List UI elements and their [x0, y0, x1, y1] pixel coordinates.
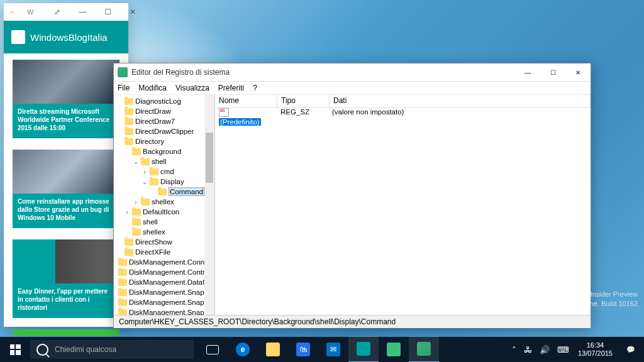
list-header: Nome Tipo Dati — [215, 95, 591, 108]
tree-label: Command — [169, 187, 204, 196]
tree-item[interactable]: DiskManagement.SnapInAbout — [114, 297, 204, 307]
taskbar-app[interactable] — [348, 336, 379, 362]
menu-file[interactable]: File — [118, 84, 130, 92]
taskbar-explorer[interactable] — [258, 337, 288, 362]
folder-icon — [150, 178, 158, 185]
expander-icon[interactable]: ⌄ — [133, 158, 139, 165]
tree-label: DirectDraw7 — [135, 118, 175, 125]
menu-view[interactable]: Visualizza — [175, 84, 209, 92]
col-data[interactable]: Dati — [330, 95, 591, 107]
values-panel[interactable]: Nome Tipo Dati (Predefinito) REG_SZ (val… — [215, 95, 591, 315]
titlebar-back-icon[interactable]: ← — [9, 8, 16, 16]
tree-item[interactable]: DiagnosticLog — [114, 96, 204, 106]
regedit-titlebar[interactable]: Editor del Registro di sistema — ☐ ✕ — [114, 63, 591, 82]
tree-item[interactable]: ›cmd — [114, 167, 204, 177]
tree-panel[interactable]: DiagnosticLogDirectDrawDirectDraw7Direct… — [114, 95, 215, 315]
clock-date: 13/07/2015 — [578, 349, 613, 358]
tree-item[interactable]: DiskManagement.SnapInComponent — [114, 307, 204, 315]
tree-label: shellex — [143, 228, 165, 236]
tree-label: DiagnosticLog — [135, 97, 181, 105]
value-row[interactable]: (Predefinito) REG_SZ (valore non imposta… — [215, 108, 591, 118]
taskbar-clock[interactable]: 16:34 13/07/2015 — [573, 341, 618, 358]
watermark-line: Windows 10 Pro Insider Preview — [535, 290, 638, 299]
taskbar-app2[interactable] — [379, 337, 409, 362]
folder-icon — [125, 138, 133, 145]
tree-item[interactable]: ⌄Display — [114, 177, 204, 187]
regedit-icon — [417, 342, 431, 356]
tree-item[interactable]: ›shellex — [114, 197, 204, 207]
tree-item[interactable]: DirectDraw7 — [114, 116, 204, 126]
app-titlebar[interactable]: ← W ⤢ — ☐ ✕ — [4, 3, 128, 21]
value-name: (Predefinito) — [219, 118, 261, 126]
language-icon[interactable]: ⌨ — [553, 345, 573, 354]
folder-icon — [141, 158, 150, 165]
expander-icon[interactable]: › — [124, 209, 130, 216]
desktop-watermark: Windows 10 Pro Insider Preview Copia di … — [535, 290, 638, 308]
tree-item[interactable]: Directory — [114, 136, 204, 146]
menu-help[interactable]: ? — [253, 84, 257, 92]
tree-item[interactable]: ⌄shell — [114, 156, 204, 167]
news-tile[interactable]: Easy Dinner, l'app per mettere in contat… — [13, 239, 119, 318]
news-tile[interactable]: Come reinstallare app rimosse dallo Stor… — [13, 150, 119, 228]
maximize-button[interactable]: ☐ — [95, 3, 120, 21]
tree-item[interactable]: DirectShow — [114, 237, 204, 247]
tree-item[interactable]: DiskManagement.SnapIn — [114, 287, 204, 297]
tree-item[interactable]: DirectXFile — [114, 247, 204, 257]
tree-label: shellex — [152, 198, 174, 206]
blog-app-window: ← W ⤢ — ☐ ✕ WindowsBlogItalia Diretta st… — [4, 3, 128, 327]
tree-label: DiskManagement.Control — [129, 268, 211, 276]
tree-item[interactable]: DiskManagement.Control — [114, 267, 204, 277]
close-button[interactable]: ✕ — [565, 63, 591, 81]
fullscreen-button[interactable]: ⤢ — [45, 3, 70, 21]
tree-label: DirectXFile — [135, 248, 170, 256]
start-button[interactable] — [0, 337, 30, 362]
app-icon — [387, 343, 401, 356]
minimize-button[interactable]: — — [70, 3, 95, 21]
taskbar-edge[interactable]: e — [228, 337, 258, 362]
tree-item[interactable]: DiskManagement.DataObject — [114, 277, 204, 287]
expander-icon[interactable]: › — [142, 168, 148, 175]
scrollbar[interactable] — [204, 95, 214, 315]
search-box[interactable]: Chiedimi qualcosa — [30, 340, 194, 359]
volume-icon[interactable]: 🔊 — [536, 345, 553, 354]
tree-label: Directory — [135, 138, 164, 145]
menu-favorites[interactable]: Preferiti — [218, 84, 244, 92]
close-button[interactable]: ✕ — [120, 3, 145, 21]
expander-icon[interactable]: › — [133, 199, 139, 206]
news-tile[interactable]: Diretta streaming Microsoft Worldwide Pa… — [13, 60, 119, 138]
tree-item[interactable]: DiskManagement.Connection — [114, 257, 204, 267]
news-tile[interactable] — [13, 329, 119, 336]
store-icon: 🛍 — [296, 343, 310, 356]
minimize-button[interactable]: — — [515, 63, 540, 81]
col-name[interactable]: Nome — [215, 95, 277, 107]
clock-time: 16:34 — [578, 341, 613, 349]
tree-item[interactable]: DirectDraw — [114, 106, 204, 116]
network-icon[interactable]: 🖧 — [520, 345, 536, 354]
tree-label: DefaultIcon — [143, 208, 179, 216]
col-type[interactable]: Tipo — [277, 95, 330, 107]
tree-item[interactable]: DirectDrawClipper — [114, 126, 204, 136]
tree-item[interactable]: shell — [114, 217, 204, 227]
tree-item[interactable]: ›DefaultIcon — [114, 207, 204, 217]
tree-label: DiskManagement.SnapInComponent — [129, 309, 215, 315]
menu-edit[interactable]: Modifica — [138, 84, 167, 92]
expander-icon[interactable]: ⌄ — [142, 178, 148, 185]
taskbar-regedit[interactable] — [409, 336, 439, 362]
taskbar-outlook[interactable]: ✉ — [318, 337, 348, 362]
tree-item[interactable]: Background — [114, 146, 204, 156]
taskbar-store[interactable]: 🛍 — [288, 337, 318, 362]
notification-icon: 💬 — [626, 346, 635, 354]
tree-item[interactable]: shellex — [114, 227, 204, 237]
action-center-button[interactable]: 💬 — [618, 337, 644, 362]
folder-icon — [132, 148, 141, 155]
titlebar-label: W — [27, 8, 33, 16]
maximize-button[interactable]: ☐ — [540, 63, 565, 81]
string-value-icon — [219, 108, 229, 117]
tray-expand-icon[interactable]: ˄ — [508, 345, 520, 354]
folder-icon — [118, 299, 127, 306]
tree-item[interactable]: Command — [114, 187, 204, 197]
scrollbar-thumb[interactable] — [206, 133, 213, 183]
tile-image — [13, 60, 119, 104]
app-body[interactable]: Diretta streaming Microsoft Worldwide Pa… — [4, 53, 128, 353]
task-view-button[interactable] — [197, 337, 228, 362]
